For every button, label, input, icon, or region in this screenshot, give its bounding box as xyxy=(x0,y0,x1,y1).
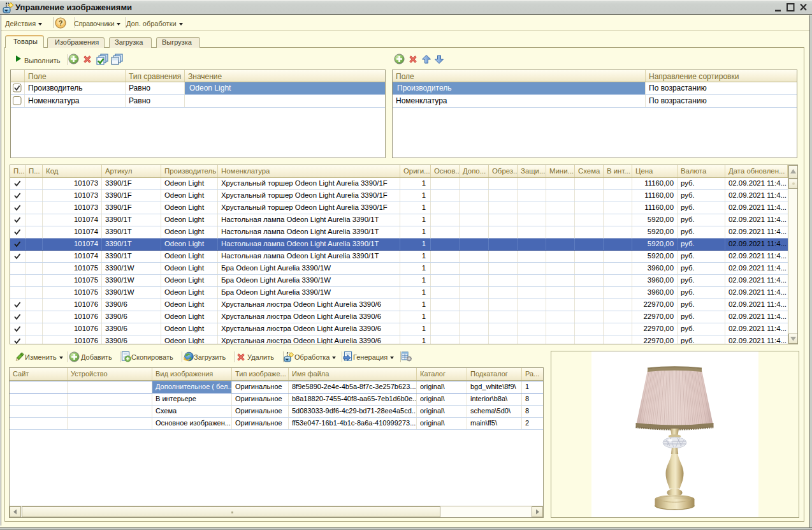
svg-text:?: ? xyxy=(59,19,63,27)
